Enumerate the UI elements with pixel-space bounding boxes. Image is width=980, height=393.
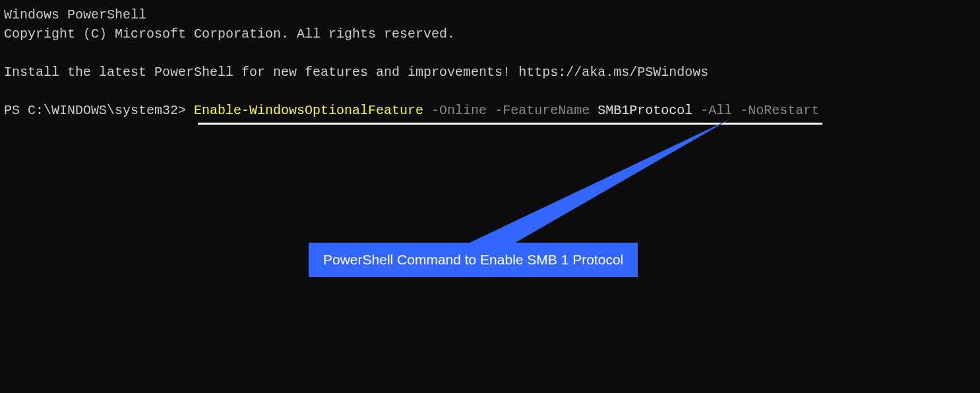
prompt-path: PS C:\WINDOWS\system32> <box>4 103 194 118</box>
command-cmdlet: Enable-WindowsOptionalFeature <box>194 103 423 118</box>
command-param-all: -All <box>692 103 732 118</box>
powershell-terminal[interactable]: Windows PowerShell Copyright (C) Microso… <box>0 5 980 120</box>
callout-label: PowerShell Command to Enable SMB 1 Proto… <box>309 243 638 277</box>
command-param-norestart: -NoRestart <box>732 103 819 118</box>
header-copyright: Copyright (C) Microsoft Corporation. All… <box>4 24 980 44</box>
command-value-smb1: SMB1Protocol <box>590 103 692 118</box>
blank-line <box>4 82 980 101</box>
svg-marker-0 <box>467 119 731 244</box>
command-param-online: -Online <box>423 103 487 118</box>
callout-arrow-icon <box>467 119 750 251</box>
header-install-message: Install the latest PowerShell for new fe… <box>4 63 980 82</box>
command-line[interactable]: PS C:\WINDOWS\system32> Enable-WindowsOp… <box>4 101 819 120</box>
command-param-featurename: -FeatureName <box>487 103 590 118</box>
blank-line <box>4 44 980 63</box>
header-title: Windows PowerShell <box>4 5 980 24</box>
